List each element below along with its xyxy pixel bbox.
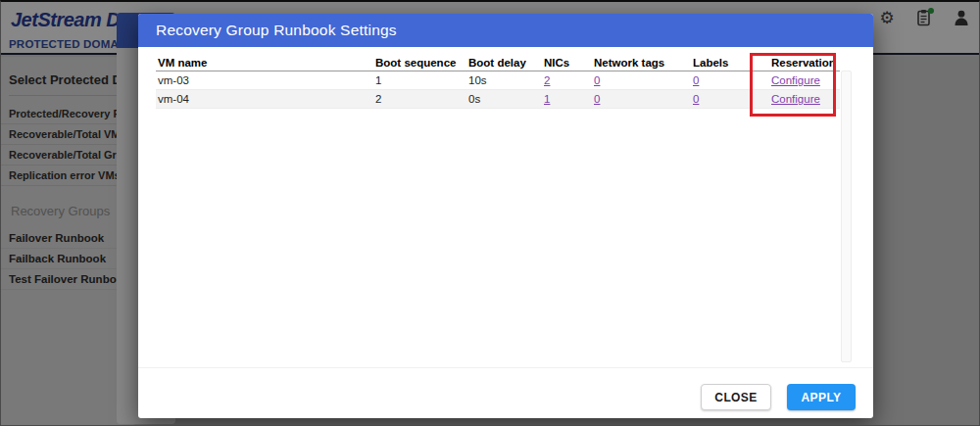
cell-boot-sequence: 2	[373, 93, 466, 105]
network-tags-link[interactable]: 0	[594, 74, 600, 86]
modal-footer: CLOSE APPLY	[138, 367, 873, 418]
close-button[interactable]: CLOSE	[701, 384, 771, 410]
nics-link[interactable]: 2	[544, 74, 550, 86]
table-row-vm-04: vm-04 2 0s 1 0 0 Configure	[156, 90, 840, 109]
header-reservation: Reservation	[769, 57, 840, 69]
labels-link[interactable]: 0	[693, 74, 699, 86]
header-network-tags: Network tags	[592, 57, 691, 69]
table-header-row: VM name Boot sequence Boot delay NICs Ne…	[156, 55, 840, 71]
table-scrollbar[interactable]	[841, 71, 852, 362]
apply-button[interactable]: APPLY	[787, 384, 856, 410]
runbook-table: VM name Boot sequence Boot delay NICs Ne…	[156, 55, 840, 109]
cell-boot-sequence: 1	[373, 74, 466, 86]
header-labels: Labels	[691, 57, 769, 69]
modal-title: Recovery Group Runbook Settings	[156, 22, 397, 39]
cell-vm-name: vm-03	[156, 74, 373, 86]
configure-reservation-link[interactable]: Configure	[771, 93, 820, 105]
header-boot-sequence: Boot sequence	[373, 57, 466, 69]
cell-vm-name: vm-04	[156, 93, 373, 105]
configure-reservation-link[interactable]: Configure	[771, 74, 820, 86]
runbook-settings-modal: Recovery Group Runbook Settings VM name …	[138, 14, 873, 418]
nics-link[interactable]: 1	[544, 93, 550, 105]
header-vm-name: VM name	[156, 57, 373, 69]
app-window: JetStream DR ⚙	[0, 0, 980, 426]
cell-boot-delay: 0s	[466, 93, 542, 105]
labels-link[interactable]: 0	[693, 93, 699, 105]
table-row-vm-03: vm-03 1 10s 2 0 0 Configure	[156, 71, 840, 90]
modal-header: Recovery Group Runbook Settings	[138, 14, 873, 47]
cell-boot-delay: 10s	[466, 74, 542, 86]
network-tags-link[interactable]: 0	[594, 93, 600, 105]
header-boot-delay: Boot delay	[466, 57, 542, 69]
header-nics: NICs	[542, 57, 592, 69]
